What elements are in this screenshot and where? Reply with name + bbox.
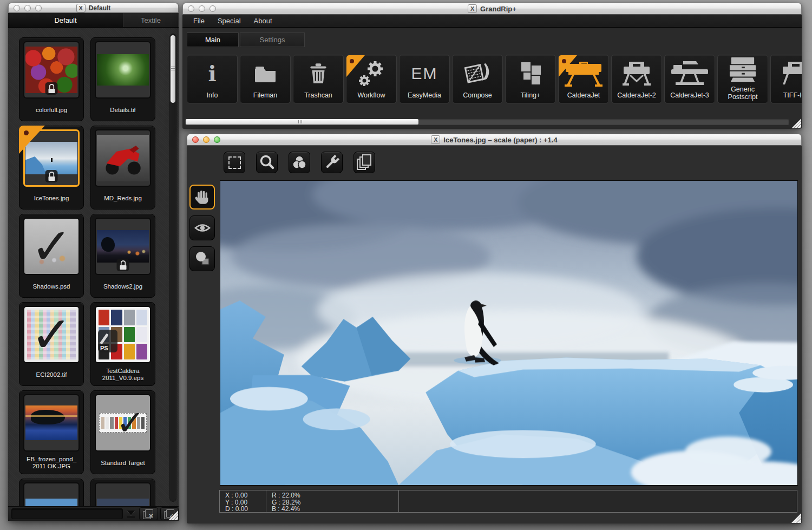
module-calderajet2[interactable]: CalderaJet-2 [611, 55, 662, 103]
thumbnail-shadows[interactable]: ✓ Shadows.psd [19, 214, 84, 298]
thumbnail-label: Shadows.psd [21, 276, 82, 297]
marquee-select-button[interactable] [224, 152, 245, 173]
status-bar: X : 0.00 Y : 0.00 D : 0.00 R : 22.0% G :… [219, 490, 797, 513]
zoom-button[interactable] [209, 5, 216, 12]
hand-icon [194, 188, 211, 206]
image-canvas[interactable] [220, 180, 798, 486]
zoom-tool-button[interactable] [256, 152, 278, 173]
compare-icon [194, 250, 211, 267]
roll-printer-icon [612, 60, 662, 88]
menu-special[interactable]: Special [211, 17, 247, 25]
motorcycle-art [97, 135, 149, 181]
scrollbar-thumb[interactable] [186, 119, 418, 125]
module-calderajet[interactable]: CalderaJet [558, 55, 609, 103]
menu-file[interactable]: File [187, 17, 211, 25]
tab-settings[interactable]: Settings [240, 32, 305, 47]
scrollbar-thumb[interactable] [171, 35, 175, 103]
thumbnail-label: Standard Target [92, 453, 154, 473]
grandrip-tabs: Main Settings [182, 28, 802, 47]
zoom-button[interactable] [214, 136, 220, 143]
thumbnail-details[interactable]: Details.tif [90, 37, 155, 121]
module-calderajet3[interactable]: CalderaJet-3 [664, 55, 715, 103]
roll-printer-icon [771, 60, 802, 88]
minimize-button[interactable] [24, 5, 31, 11]
pan-tool-button[interactable] [189, 185, 215, 210]
module-trashcan[interactable]: Trashcan [293, 55, 344, 103]
library-title-text: Default [89, 4, 111, 12]
eye-icon [194, 219, 211, 237]
thumbnail-shadows2[interactable]: Shadows2.jpg [90, 214, 155, 298]
compose-icon [453, 60, 502, 88]
thumbnail-label: Shadows2.jpg [92, 276, 154, 297]
zoom-button[interactable] [35, 5, 42, 11]
window-controls [183, 5, 216, 12]
check-icon: ✓ [96, 395, 150, 450]
close-button[interactable] [188, 5, 194, 12]
thumbnail-label: Details.tif [92, 100, 154, 120]
close-button[interactable] [192, 136, 199, 143]
minimize-button[interactable] [199, 5, 205, 12]
module-info[interactable]: i Info [187, 55, 238, 103]
pages-reject-icon: × [143, 509, 154, 519]
thumbnail-image: PS [95, 306, 151, 363]
cursor-coordinates: X : 0.00 Y : 0.00 D : 0.00 [220, 490, 266, 512]
thumbnail-eci2002[interactable]: ✓ ECI2002.tif [19, 302, 84, 386]
thumbnail-colorfull[interactable]: colorfull.jpg [19, 37, 84, 121]
icetones-photo [220, 181, 797, 485]
tab-default[interactable]: Default [8, 13, 123, 27]
compare-tool-button[interactable] [189, 246, 215, 271]
grandrip-titlebar[interactable]: X GrandRip+ [182, 3, 802, 15]
channels-button[interactable] [289, 152, 310, 173]
thumbnail-mdreds[interactable]: MD_Reds.jpg [90, 126, 155, 210]
tools-button[interactable] [321, 152, 343, 173]
folder-icon [240, 60, 290, 88]
pages-icon [355, 153, 374, 172]
library-window: X Default Default Textile colorfull.jpg … [8, 3, 179, 521]
library-scrollbar[interactable] [169, 34, 176, 502]
viewer-titlebar[interactable]: X IceTones.jpg – scale (paper) : +1.4 [187, 134, 802, 146]
duplicate-view-button[interactable] [353, 152, 375, 173]
module-easymedia[interactable]: EM EasyMedia [399, 55, 450, 103]
module-generic-postscript[interactable]: Generic Postscript [717, 55, 768, 103]
thumbnail-frozen-pond[interactable]: EB_frozen_pond_ 2011 OK.JPG [19, 390, 84, 474]
app-badge-icon: X [76, 4, 86, 12]
thumbnail-image [95, 41, 151, 99]
resize-grip[interactable] [791, 119, 801, 128]
marquee-icon [228, 156, 241, 169]
status-extra [399, 490, 797, 512]
thumbnail-image: ✓ [23, 218, 80, 275]
channels-icon [290, 153, 309, 172]
thumbnail-icetones-selected[interactable]: IceTones.jpg [19, 126, 84, 210]
pen-icon [100, 333, 109, 345]
library-titlebar[interactable]: X Default [8, 3, 179, 13]
module-tiling[interactable]: Tiling+ [505, 55, 556, 103]
dropdown-button[interactable] [125, 508, 137, 520]
deselect-all-button[interactable]: × [139, 507, 158, 520]
thumbnail-partial-night[interactable] [90, 479, 155, 506]
module-workflow[interactable]: Workflow [346, 55, 397, 103]
close-button[interactable] [14, 5, 20, 11]
trash-icon [293, 60, 343, 88]
thumbnail-testcaldera[interactable]: PS TestCaldera 2011_V0.9.eps [90, 302, 155, 386]
library-footer: × ✓ [8, 506, 179, 521]
grandrip-window-title: X GrandRip+ [183, 4, 801, 13]
preview-tool-button[interactable] [189, 215, 215, 240]
module-tiff[interactable]: TIFF-Ha [770, 55, 802, 103]
resize-grip[interactable] [791, 513, 801, 523]
tab-textile[interactable]: Textile [123, 13, 179, 27]
toolbar-scrollbar[interactable] [185, 118, 790, 126]
module-compose[interactable]: Compose [452, 55, 503, 103]
module-fileman[interactable]: Fileman [240, 55, 291, 103]
lock-icon [45, 82, 58, 95]
thumbnail-image [23, 482, 80, 506]
tab-main[interactable]: Main [187, 32, 239, 47]
window-controls [187, 136, 220, 143]
grandrip-window: X GrandRip+ File Special About Main Sett… [182, 3, 802, 129]
menubar: File Special About [182, 15, 802, 28]
menu-about[interactable]: About [247, 17, 279, 25]
tiles-icon [506, 60, 555, 88]
filter-field[interactable] [11, 508, 123, 519]
thumbnail-partial-desert[interactable] [19, 479, 84, 506]
thumbnail-standard-target[interactable]: ✓ Standard Target [90, 390, 155, 474]
minimize-button[interactable] [203, 136, 209, 143]
